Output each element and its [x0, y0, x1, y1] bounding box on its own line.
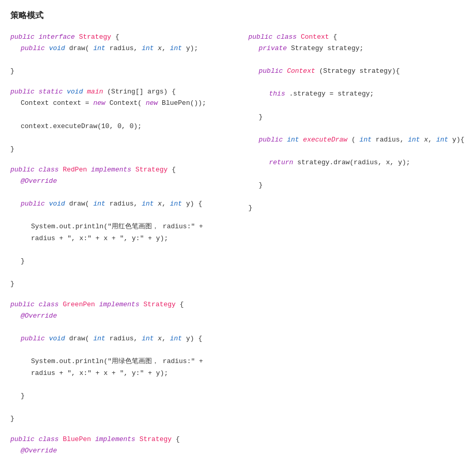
context-field: private Strategy strategy; [249, 43, 466, 54]
main-block: public static void main (String[] args) … [10, 86, 228, 155]
context-constructor-sig: public Context (Strategy strategy){ [249, 66, 466, 77]
greenpen-sysout: System.out.println("用绿色笔画图， radius:" + r… [10, 356, 228, 379]
interface-method: public void draw( int radius, int x, int… [10, 43, 228, 54]
kw-interface: interface [39, 33, 75, 41]
redpen-override: @Override [10, 176, 228, 187]
right-column: public class Context { private Strategy … [249, 32, 466, 224]
main-line3: context.executeDraw(10, 0, 0); [10, 121, 228, 132]
interface-close: } [10, 67, 14, 75]
bluepen-line1: public class BluePen implements Strategy… [10, 435, 180, 443]
main-close: } [10, 145, 14, 153]
context-block: public class Context { private Strategy … [249, 32, 466, 214]
page-title: 策略模式 [10, 10, 466, 21]
greenpen-override: @Override [10, 310, 228, 322]
left-column: public interface Strategy { public void … [10, 32, 228, 455]
interface-line1: public interface Strategy { [10, 33, 119, 41]
code-area: public interface Strategy { public void … [10, 32, 466, 455]
redpen-draw-sig: public void draw( int radius, int x, int… [10, 198, 228, 210]
bluepen-override: @Override [10, 445, 228, 455]
greenpen-inner-close: } [10, 390, 228, 402]
main-line2: Context context = new Context( new BlueP… [10, 98, 228, 109]
context-constructor-close: } [249, 112, 466, 123]
context-method-body: return strategy.draw(radius, x, y); [249, 157, 466, 168]
redpen-inner-close: } [10, 256, 228, 267]
kw-public: public [10, 33, 35, 41]
greenpen-block: public class GreenPen implements Strateg… [10, 299, 228, 425]
context-constructor-body: this .strategy = strategy; [249, 88, 466, 100]
redpen-block: public class RedPen implements Strategy … [10, 164, 228, 290]
context-method-sig: public int executeDraw ( int radius, int… [249, 134, 466, 146]
context-method-close: } [249, 180, 466, 191]
redpen-sysout: System.out.println("用红色笔画图， radius:" + r… [10, 221, 228, 244]
bluepen-block: public class BluePen implements Strategy… [10, 434, 228, 455]
main-line1: public static void main (String[] args) … [10, 88, 176, 96]
context-line1: public class Context { [249, 33, 337, 41]
greenpen-draw-sig: public void draw( int radius, int x, int… [10, 333, 228, 344]
redpen-close: } [10, 280, 14, 288]
redpen-line1: public class RedPen implements Strategy … [10, 166, 176, 174]
greenpen-line1: public class GreenPen implements Strateg… [10, 301, 184, 308]
interface-strategy-block: public interface Strategy { public void … [10, 32, 228, 77]
class-Strategy: Strategy [79, 33, 111, 41]
context-close: } [249, 204, 253, 212]
greenpen-close: } [10, 415, 14, 422]
